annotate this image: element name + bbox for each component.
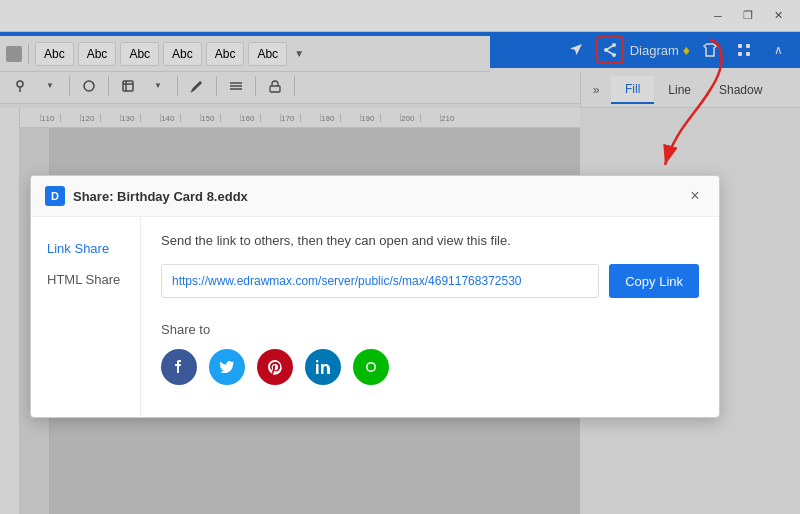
link-share-tab[interactable]: Link Share <box>31 233 140 264</box>
pinterest-share-button[interactable] <box>257 349 293 385</box>
dialog-body: Link Share HTML Share Send the link to o… <box>31 217 719 417</box>
share-to-label: Share to <box>161 322 699 337</box>
copy-link-button[interactable]: Copy Link <box>609 264 699 298</box>
dialog-close-button[interactable]: × <box>685 186 705 206</box>
dialog-header: D Share: Birthday Card 8.eddx × <box>31 176 719 217</box>
line-share-button[interactable] <box>353 349 389 385</box>
html-share-tab[interactable]: HTML Share <box>31 264 140 295</box>
share-dialog: D Share: Birthday Card 8.eddx × Link Sha… <box>30 175 720 418</box>
dialog-content: Send the link to others, then they can o… <box>141 217 719 417</box>
dialog-sidebar: Link Share HTML Share <box>31 217 141 417</box>
dialog-title: Share: Birthday Card 8.eddx <box>73 189 685 204</box>
linkedin-share-button[interactable] <box>305 349 341 385</box>
link-input-row: Copy Link <box>161 264 699 298</box>
svg-point-30 <box>368 364 375 371</box>
share-url-input[interactable] <box>161 264 599 298</box>
twitter-share-button[interactable] <box>209 349 245 385</box>
dialog-logo: D <box>45 186 65 206</box>
social-icons-row <box>161 349 699 385</box>
facebook-share-button[interactable] <box>161 349 197 385</box>
dialog-description: Send the link to others, then they can o… <box>161 233 699 248</box>
